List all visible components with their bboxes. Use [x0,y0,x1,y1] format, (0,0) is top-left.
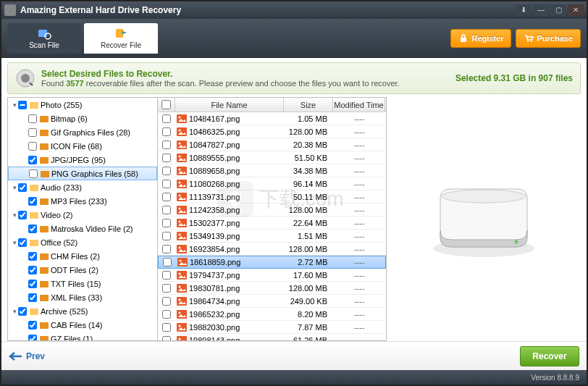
file-type-icon [39,252,49,261]
row-checkbox[interactable] [162,193,171,201]
row-checkbox[interactable] [162,336,171,341]
file-time: ---- [333,206,385,214]
tree-checkbox[interactable] [28,197,37,206]
row-checkbox[interactable] [162,154,171,162]
minimize-button[interactable]: — [533,4,549,16]
tree-item[interactable]: ODT Files (2) [8,263,157,277]
col-check[interactable] [158,98,175,112]
tree-item[interactable]: JPG/JPEG (95) [8,153,157,167]
tree-checkbox[interactable] [28,142,37,151]
tree-item[interactable]: ▾Audio (233) [8,180,157,194]
tree-checkbox[interactable] [28,321,37,330]
purchase-button[interactable]: Purchase [516,29,581,48]
table-row[interactable]: 19865232.png8.20 MB---- [158,308,386,321]
tree-item[interactable]: ▾Video (2) [8,208,157,222]
tree-checkbox[interactable] [28,280,37,288]
tree-item[interactable]: ▾Archive (525) [8,304,157,318]
tree-item[interactable]: ▾Photo (255) [8,98,157,112]
table-row[interactable]: 18618859.png2.72 MB---- [158,256,386,269]
table-row[interactable]: 19794737.png17.60 MB---- [158,269,386,282]
row-checkbox[interactable] [162,284,171,293]
row-checkbox[interactable] [162,271,171,280]
table-row[interactable]: 19898143.png61.26 MB---- [158,334,386,340]
row-checkbox[interactable] [162,127,171,136]
table-row[interactable]: 19864734.png249.00 KB---- [158,295,386,308]
table-row[interactable]: 15302377.png22.64 MB---- [158,217,386,230]
maximize-button[interactable]: ▢ [550,4,566,16]
tree-item[interactable]: ▾Office (52) [8,235,157,249]
expand-icon[interactable]: ▾ [11,211,18,219]
png-icon [177,140,187,149]
table-body[interactable]: 10484167.png1.05 MB----10486325.png128.0… [158,112,386,340]
tree-item[interactable]: GZ Files (1) [8,332,157,341]
close-button[interactable]: ✕ [568,4,584,16]
table-row[interactable]: 11242358.png128.00 MB---- [158,204,386,217]
col-size[interactable]: Size [284,98,333,112]
table-row[interactable]: 11139731.png50.11 MB---- [158,190,386,204]
tree-item[interactable]: MP3 Files (233) [8,194,157,208]
tree-checkbox[interactable] [18,238,27,247]
tree-item[interactable]: TXT Files (15) [8,277,157,290]
tree-checkbox[interactable] [28,335,37,342]
table-row[interactable]: 10486325.png128.00 MB---- [158,125,386,138]
row-checkbox[interactable] [162,232,171,240]
tree-checkbox[interactable] [18,307,27,316]
row-checkbox[interactable] [162,219,171,227]
tree-checkbox[interactable] [18,211,27,219]
tree-item[interactable]: Bitmap (6) [8,112,157,125]
tree-checkbox[interactable] [28,156,37,164]
row-checkbox[interactable] [163,258,172,267]
table-row[interactable]: 10889658.png34.38 MB---- [158,164,386,177]
png-icon [177,167,187,175]
table-row[interactable]: 11080268.png96.14 MB---- [158,177,386,190]
row-checkbox[interactable] [162,167,171,175]
tree-checkbox[interactable] [18,183,27,192]
table-row[interactable]: 16923854.png128.00 MB---- [158,243,386,256]
row-checkbox[interactable] [162,323,171,332]
category-tree[interactable]: ▾Photo (255)Bitmap (6)Gif Graphics Files… [7,97,158,341]
tree-checkbox[interactable] [28,266,37,274]
col-time[interactable]: Modified Time [333,98,385,112]
tree-checkbox[interactable] [28,128,37,137]
download-button[interactable]: ⬇ [516,4,532,16]
expand-icon[interactable]: ▾ [11,308,18,315]
tab-scan-file[interactable]: Scan File [7,23,81,54]
row-checkbox[interactable] [162,297,171,306]
tree-item[interactable]: Matroska Video File (2) [8,222,157,235]
table-row[interactable]: 10889555.png51.50 KB---- [158,151,386,164]
row-checkbox[interactable] [162,245,171,253]
expand-icon[interactable]: ▾ [11,239,18,246]
table-row[interactable]: 19830781.png128.00 MB---- [158,282,386,295]
svg-point-49 [179,246,181,248]
row-checkbox[interactable] [162,310,171,319]
tree-item[interactable]: CHM Files (2) [8,249,157,263]
expand-icon[interactable]: ▾ [11,184,18,191]
tree-item[interactable]: PNG Graphics Files (58) [8,167,157,180]
tree-checkbox[interactable] [28,114,37,123]
table-row[interactable]: 19882030.png7.87 MB---- [158,321,386,334]
row-checkbox[interactable] [162,180,171,188]
tree-item[interactable]: XML Files (33) [8,290,157,304]
select-all-checkbox[interactable] [161,100,171,109]
row-checkbox[interactable] [162,140,171,149]
row-checkbox[interactable] [162,206,171,214]
tab-recover-file[interactable]: Recover File [84,23,158,54]
table-row[interactable]: 10484167.png1.05 MB---- [158,112,386,125]
tree-checkbox[interactable] [29,169,38,178]
tree-checkbox[interactable] [28,252,37,261]
tree-item[interactable]: ICON File (68) [8,139,157,153]
table-row[interactable]: 15349139.png1.51 MB---- [158,230,386,243]
register-button[interactable]: Register [450,29,511,48]
expand-icon[interactable]: ▾ [11,101,18,109]
prev-button[interactable]: Prev [9,351,45,361]
tree-item[interactable]: CAB Files (14) [8,318,157,332]
recover-button[interactable]: Recover [520,346,579,366]
tree-item[interactable]: Gif Graphics Files (28) [8,125,157,139]
tree-checkbox[interactable] [28,293,37,302]
table-row[interactable]: 10847827.png20.38 MB---- [158,138,386,151]
tree-label: JPG/JPEG (95) [51,156,106,164]
tree-checkbox[interactable] [18,101,27,109]
tree-checkbox[interactable] [28,225,37,233]
col-name[interactable]: File Name [175,98,284,112]
row-checkbox[interactable] [162,114,171,123]
